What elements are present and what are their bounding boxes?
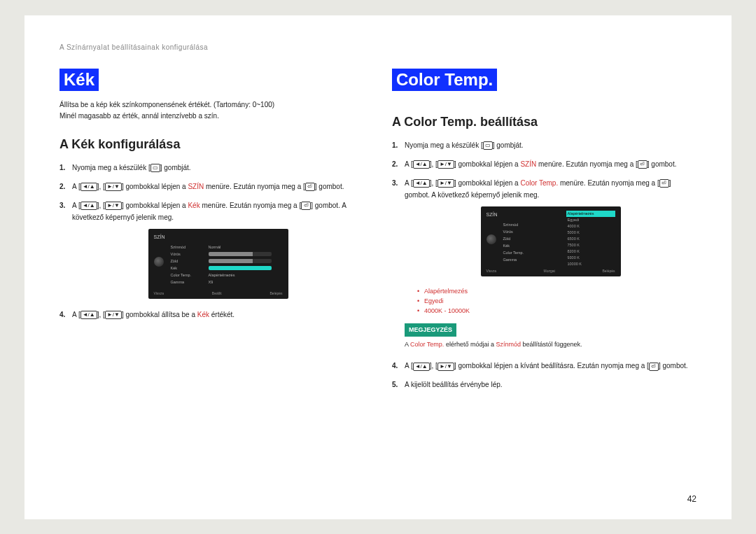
subheading-colortemp: A Color Temp. beállítása: [392, 115, 696, 129]
step-1: Nyomja meg a készülék [▭] gombját.: [392, 139, 696, 151]
description: Állítsa be a kép kék színkomponensének é…: [59, 99, 364, 122]
osd-footer: Vissza Beállít Belépés: [154, 290, 283, 297]
nav-icon: ◄/▲: [80, 183, 97, 191]
options-bullets: Alapértelmezés Egyedi 4000K - 10000K: [417, 286, 696, 316]
menu-icon: ▭: [150, 164, 160, 172]
enter-icon: ⏎: [649, 363, 659, 371]
bullet-item: 4000K - 10000K: [417, 306, 696, 316]
globe-icon: [154, 257, 164, 267]
enter-icon: ⏎: [305, 183, 315, 191]
nav-icon: ►/▼: [438, 179, 454, 188]
step-4: A [◄/▲], [►/▼] gombokkal lépjen a kívánt…: [392, 360, 696, 372]
nav-icon: ►/▼: [105, 183, 122, 191]
osd-screenshot-left: SZÍN SzínmódNormál Vörös Zöld Kék Color …: [148, 229, 288, 299]
steps-left: Nyomja meg a készülék [▭] gombját. A [◄/…: [59, 162, 364, 321]
section-tag-kek: Kék: [59, 69, 99, 91]
right-column: Color Temp. A Color Temp. beállítása Nyo…: [392, 69, 696, 398]
globe-icon: [486, 234, 496, 244]
enter-icon: ⏎: [638, 160, 648, 169]
step-3: A [◄/▲], [►/▼] gombokkal lépjen a Kék me…: [59, 199, 364, 299]
step-3: A [◄/▲], [►/▼] gombokkal lépjen a Color …: [392, 177, 696, 351]
osd-footer: Vissza Mozgat Belépés: [486, 268, 615, 274]
nav-icon: ◄/▲: [413, 160, 430, 169]
osd-screenshot-right: SZÍN Színmód Vörös Zöld Kék Color Temp. …: [481, 206, 621, 276]
section-tag-colortemp: Color Temp.: [392, 69, 497, 91]
nav-icon: ◄/▲: [80, 311, 97, 319]
slider: [209, 259, 272, 263]
menu-name: SZÍN: [188, 183, 204, 190]
menu-name: SZÍN: [520, 160, 536, 168]
nav-icon: ◄/▲: [80, 202, 97, 210]
step-4: A [◄/▲], [►/▼] gombokkal állítsa be a Ké…: [59, 309, 364, 321]
nav-icon: ►/▼: [438, 160, 454, 169]
step-5: A kijelölt beállítás érvénybe lép.: [392, 379, 696, 391]
two-column-layout: Kék Állítsa be a kép kék színkomponensén…: [59, 69, 696, 398]
bullet-item: Egyedi: [417, 296, 696, 306]
menu-name: Color Temp.: [520, 179, 558, 187]
nav-icon: ◄/▲: [413, 363, 430, 371]
slider-selected: [209, 266, 272, 270]
slider: [209, 252, 272, 256]
menu-name: Kék: [188, 202, 200, 209]
desc-line1: Állítsa be a kép kék színkomponensének é…: [59, 101, 274, 108]
page-number: 42: [687, 494, 696, 504]
breadcrumb: A Színárnyalat beállításainak konfigurál…: [59, 43, 696, 51]
note-tag: MEGJEGYZÉS: [405, 323, 456, 337]
nav-icon: ►/▼: [105, 311, 122, 319]
desc-line2: Minél magasabb az érték, annál intenzíve…: [59, 112, 219, 120]
left-column: Kék Állítsa be a kép kék színkomponensén…: [59, 69, 364, 398]
osd-title: SZÍN: [154, 233, 283, 241]
step-2: A [◄/▲], [►/▼] gombokkal lépjen a SZÍN m…: [59, 181, 364, 192]
enter-icon: ⏎: [301, 202, 311, 210]
step-2: A [◄/▲], [►/▼] gombokkal lépjen a SZÍN m…: [392, 158, 696, 170]
subheading-kek: A Kék konfigurálása: [59, 137, 364, 152]
osd-options-list: Alapértelmezés Egyedi 4000 K 5000 K 6500…: [566, 211, 615, 267]
menu-icon: ▭: [483, 141, 493, 150]
bullet-item: Alapértelmezés: [417, 286, 696, 296]
menu-name: Kék: [197, 311, 209, 318]
note-text: A Color Temp. elérhető módjai a Színmód …: [405, 339, 696, 350]
nav-icon: ►/▼: [105, 202, 122, 210]
enter-icon: ⏎: [659, 179, 669, 188]
steps-right: Nyomja meg a készülék [▭] gombját. A [◄/…: [392, 139, 696, 391]
manual-page: A Színárnyalat beállításainak konfigurál…: [24, 15, 732, 519]
nav-icon: ►/▼: [438, 363, 454, 371]
nav-icon: ◄/▲: [413, 179, 430, 188]
step-1: Nyomja meg a készülék [▭] gombját.: [59, 162, 364, 174]
